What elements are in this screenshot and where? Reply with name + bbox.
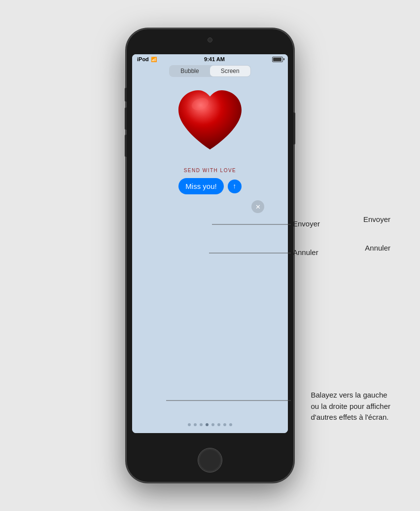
bubble-row: Miss you! ↑ [169, 178, 251, 194]
ipod-device: iPod 📶 9:41 AM Bubble Screen [126, 29, 294, 482]
animation-area: SEND WITH LOVE Miss you! ↑ ✕ [132, 80, 288, 433]
tabs: Bubble Screen [169, 65, 250, 77]
tab-bubble[interactable]: Bubble [170, 66, 210, 76]
send-arrow-icon: ↑ [233, 182, 236, 189]
send-annotation: Envoyer [293, 219, 320, 228]
home-button[interactable] [198, 448, 222, 473]
status-right [272, 57, 283, 62]
message-bubble: Miss you! [178, 178, 223, 194]
tabs-container: Bubble Screen [132, 63, 288, 80]
status-left: iPod 📶 [137, 56, 157, 62]
envoyer-label: Envoyer [363, 215, 390, 223]
send-with-love-label: SEND WITH LOVE [184, 168, 237, 173]
sleep-wake-button[interactable] [293, 112, 295, 145]
dot-8 [229, 423, 232, 426]
cancel-annotation: Annuler [293, 248, 318, 256]
carrier-label: iPod [137, 56, 149, 62]
status-time: 9:41 AM [204, 56, 225, 62]
cancel-button[interactable]: ✕ [251, 200, 264, 213]
cancel-x-icon: ✕ [255, 204, 261, 210]
page-indicators [188, 423, 232, 433]
front-camera [208, 37, 212, 42]
dot-6 [217, 423, 220, 426]
status-bar: iPod 📶 9:41 AM [132, 54, 288, 63]
tab-screen[interactable]: Screen [210, 66, 250, 76]
mute-button[interactable] [125, 88, 127, 102]
volume-up-button[interactable] [125, 108, 127, 130]
dot-7 [223, 423, 226, 426]
dot-3 [200, 423, 203, 426]
volume-down-button[interactable] [125, 135, 127, 157]
annuler-label: Annuler [365, 244, 390, 252]
dot-5 [211, 423, 214, 426]
swipe-label: Balayez vers la gaucheou la droite pour … [311, 390, 391, 423]
dot-4-active [206, 423, 209, 426]
heart-animation [171, 85, 249, 164]
send-button[interactable]: ↑ [228, 180, 242, 193]
heart-svg [171, 85, 249, 159]
dot-2 [194, 423, 197, 426]
cancel-row: ✕ [132, 200, 288, 213]
battery-icon [272, 57, 283, 62]
dot-1 [188, 423, 191, 426]
wifi-icon: 📶 [151, 57, 157, 62]
screen: iPod 📶 9:41 AM Bubble Screen [132, 54, 288, 433]
